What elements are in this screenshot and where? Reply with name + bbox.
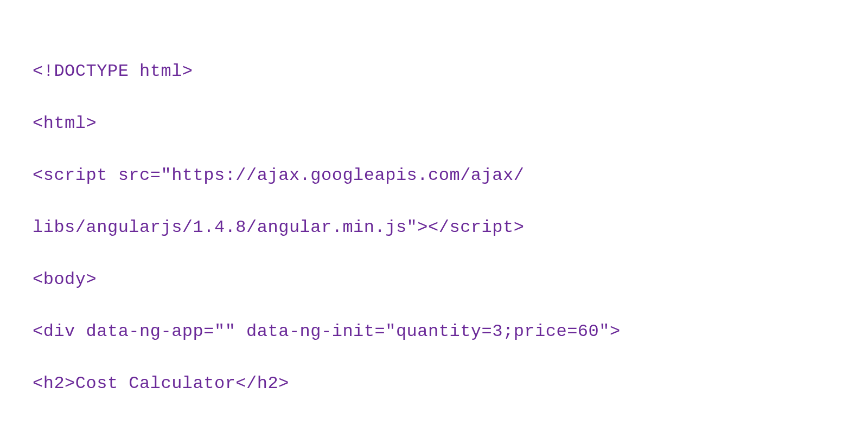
code-line: <div data-ng-app="" data-ng-init="quanti… (33, 319, 835, 345)
code-snippet: <!DOCTYPE html> <html> <script src="http… (0, 0, 868, 426)
code-line: <script src="https://ajax.googleapis.com… (33, 163, 835, 189)
code-line: <body> (33, 267, 835, 293)
code-line: <h2>Cost Calculator</h2> (33, 371, 835, 397)
code-line: libs/angularjs/1.4.8/angular.min.js"></s… (33, 215, 835, 241)
code-line: Quantity: <input type="number" ng-model=… (33, 423, 835, 426)
code-line: <!DOCTYPE html> (33, 59, 835, 85)
code-line: <html> (33, 111, 835, 137)
